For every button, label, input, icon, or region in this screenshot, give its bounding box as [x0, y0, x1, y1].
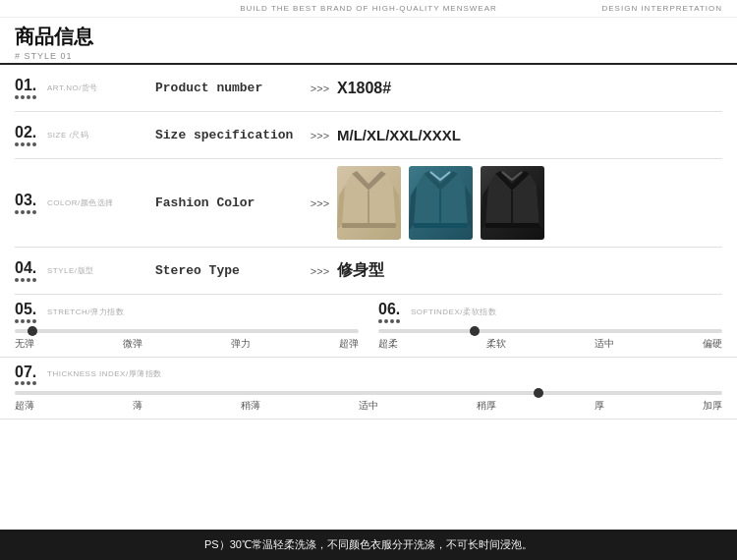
svg-rect-5: [414, 223, 468, 228]
row-desc-02: Size specification: [155, 128, 303, 142]
dot: [21, 278, 25, 282]
row-desc-01: Product number: [155, 81, 303, 95]
top-banner: BUILD THE BEST BRAND OF HIGH-QUALITY MEN…: [0, 0, 737, 18]
dot: [21, 142, 25, 146]
thickness-row: 07. THICKNESS INDEX/厚薄指数 超薄 薄 稍薄 适中 稍厚 厚: [0, 358, 737, 420]
header-subtitle: # STYLE 01: [15, 51, 722, 61]
dot: [15, 210, 19, 214]
row-style: 04. STYLE/版型 Stereo Type >>> 修身型: [15, 248, 722, 295]
info-rows: 01. ART.NO/货号 Product number >>> X1808# …: [0, 65, 737, 295]
jacket-svg-beige: [337, 166, 401, 240]
row-color: 03. COLOR/颜色选择 Fashion Color >>>: [15, 159, 722, 248]
row-label-01: ART.NO/货号: [42, 83, 155, 93]
row-desc-03: Fashion Color: [155, 196, 303, 210]
banner-right-text: DESIGN INTERPRETATION: [602, 4, 723, 13]
dot: [32, 95, 36, 99]
row-num-02: 02.: [15, 124, 42, 146]
row-arrow-03: >>>: [303, 197, 337, 209]
banner-center-text: BUILD THE BEST BRAND OF HIGH-QUALITY MEN…: [240, 4, 496, 13]
stretch-label: STRETCH/弹力指数: [47, 307, 124, 317]
jacket-teal: [409, 166, 473, 240]
svg-rect-8: [485, 223, 539, 228]
row-arrow-04: >>>: [303, 265, 337, 277]
dot: [15, 95, 19, 99]
row-label-02: SIZE /尺码: [42, 130, 155, 140]
stretch-section: 05. STRETCH/弹力指数 无弹 微弹 弹力: [15, 301, 378, 351]
soft-labels: 超柔 柔软 适中 偏硬: [378, 337, 722, 351]
dot: [27, 95, 30, 99]
dot: [15, 142, 19, 146]
soft-num: 06.: [378, 301, 406, 323]
bottom-bar-text: PS）30℃常温轻柔洗涤，不同颜色衣服分开洗涤，不可长时间浸泡。: [204, 538, 533, 550]
thickness-header: 07. THICKNESS INDEX/厚薄指数: [15, 364, 722, 386]
row-size: 02. SIZE /尺码 Size specification >>> M/L/…: [15, 112, 722, 159]
dot: [21, 210, 25, 214]
stretch-labels: 无弹 微弹 弹力 超弹: [15, 337, 359, 351]
row-arrow-01: >>>: [303, 83, 337, 94]
thickness-track: [15, 391, 722, 395]
jacket-black: [481, 166, 544, 240]
jacket-svg-black: [481, 166, 544, 240]
stretch-num: 05.: [15, 301, 42, 323]
row-label-03: COLOR/颜色选择: [42, 197, 155, 208]
thickness-num: 07.: [15, 364, 42, 386]
row-value-01: X1808#: [337, 80, 722, 97]
dot: [32, 278, 36, 282]
soft-track: [378, 329, 722, 333]
stretch-track: [15, 329, 359, 333]
soft-header: 06. SOFTINDEX/柔软指数: [378, 301, 722, 323]
thickness-label: THICKNESS INDEX/厚薄指数: [47, 368, 162, 379]
page-title: 商品信息: [15, 24, 722, 50]
bottom-bar: PS）30℃常温轻柔洗涤，不同颜色衣服分开洗涤，不可长时间浸泡。: [0, 530, 737, 560]
thickness-labels: 超薄 薄 稍薄 适中 稍厚 厚 加厚: [15, 399, 722, 413]
soft-section: 06. SOFTINDEX/柔软指数 超柔 柔软 适中: [378, 301, 722, 351]
row-value-04: 修身型: [337, 260, 722, 281]
row-value-02: M/L/XL/XXL/XXXL: [337, 127, 722, 143]
header-section: 商品信息 # STYLE 01: [0, 18, 737, 65]
row-product-number: 01. ART.NO/货号 Product number >>> X1808#: [15, 65, 722, 112]
row-num-03: 03.: [15, 192, 42, 214]
stretch-indicator: [28, 326, 37, 336]
dot: [32, 210, 36, 214]
thickness-indicator: [534, 388, 543, 398]
row-desc-04: Stereo Type: [155, 263, 303, 278]
dot: [27, 278, 30, 282]
dot: [32, 142, 36, 146]
row-value-03: [337, 166, 722, 240]
row-arrow-02: >>>: [303, 130, 337, 141]
row-num-01: 01.: [15, 77, 42, 99]
dot: [15, 278, 19, 282]
soft-indicator: [470, 326, 480, 336]
dot: [27, 142, 30, 146]
dot: [27, 210, 30, 214]
dot: [21, 95, 25, 99]
stretch-header: 05. STRETCH/弹力指数: [15, 301, 359, 323]
jacket-beige: [337, 166, 401, 240]
row-num-04: 04.: [15, 259, 42, 282]
row-label-04: STYLE/版型: [42, 265, 155, 276]
jacket-svg-teal: [409, 166, 473, 240]
soft-label: SOFTINDEX/柔软指数: [411, 307, 496, 317]
page-wrapper: BUILD THE BEST BRAND OF HIGH-QUALITY MEN…: [0, 0, 737, 560]
svg-rect-2: [342, 223, 396, 228]
meter-rows: 05. STRETCH/弹力指数 无弹 微弹 弹力: [0, 295, 737, 358]
